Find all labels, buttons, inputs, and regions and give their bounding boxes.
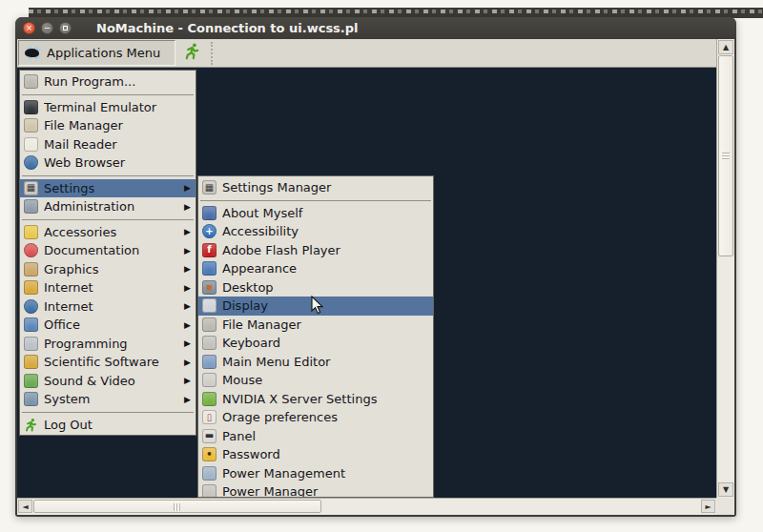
adobe-flash-icon: f (202, 243, 217, 257)
scroll-left-icon[interactable]: ◄ (18, 500, 32, 513)
menu-item-mouse[interactable]: Mouse (198, 371, 433, 390)
menu-item-programming[interactable]: Programming▶ (20, 335, 196, 354)
minimize-window-icon[interactable]: − (41, 22, 53, 34)
graphics-icon (24, 262, 38, 276)
panel-separator (211, 42, 213, 65)
scroll-down-icon[interactable]: ▼ (718, 482, 733, 497)
menu-item-system[interactable]: System▶ (20, 390, 196, 409)
menu-item-sound-video[interactable]: Sound & Video▶ (20, 372, 196, 391)
menu-item-power-manager[interactable]: Power Manager (198, 482, 433, 498)
vertical-scrollbar-thumb[interactable] (718, 55, 733, 256)
menu-item-power-management[interactable]: Power Management (198, 464, 433, 483)
close-window-icon[interactable]: × (23, 22, 35, 34)
menu-item-accessories[interactable]: Accessories▶ (20, 223, 196, 242)
terminal-icon (24, 100, 38, 114)
thumb-grip (174, 503, 181, 511)
menu-item-scientific-software[interactable]: Scientific Software▶ (20, 353, 196, 372)
file-manager-icon (24, 118, 38, 133)
menu-item-label: Internet (44, 299, 176, 314)
vertical-scrollbar[interactable]: ▲ ▼ (716, 39, 734, 498)
submenu-arrow-icon: ▶ (184, 338, 191, 348)
menu-item-main-menu-editor[interactable]: Main Menu Editor (198, 353, 433, 372)
mouse-icon (202, 373, 217, 387)
menu-separator (200, 200, 431, 201)
about-myself-icon (202, 206, 217, 220)
session-runner-button[interactable] (177, 40, 206, 66)
mouse-cursor-icon (311, 296, 325, 319)
horizontal-scrollbar-thumb[interactable] (33, 500, 321, 513)
menu-item-about-myself[interactable]: About Myself (198, 204, 433, 223)
menu-item-mail-reader[interactable]: Mail Reader (20, 135, 196, 154)
icon-glyph: • (206, 450, 212, 460)
menu-item-internet[interactable]: Internet▶ (20, 278, 196, 297)
menu-item-label: Panel (222, 429, 428, 443)
menu-item-graphics[interactable]: Graphics▶ (20, 260, 196, 279)
menu-item-label: Graphics (44, 262, 176, 276)
menu-item-label: Scientific Software (44, 355, 176, 369)
menu-item-office[interactable]: Office▶ (20, 316, 196, 335)
scroll-right-icon[interactable]: ► (701, 500, 715, 513)
main-menu-editor-icon (202, 355, 217, 369)
menu-item-desktop[interactable]: ▪Desktop (198, 278, 433, 297)
submenu-arrow-icon: ▶ (184, 301, 191, 311)
menu-item-label: Orage preferences (222, 410, 428, 424)
horizontal-scrollbar[interactable]: ◄ ► (17, 498, 716, 515)
icon-glyph: ▪ (206, 282, 213, 292)
menu-item-label: File Manager (222, 317, 428, 332)
menu-item-appearance[interactable]: Appearance (198, 259, 433, 278)
menu-item-label: Programming (44, 337, 176, 351)
menu-item-documentation[interactable]: Documentation▶ (20, 241, 196, 260)
submenu-arrow-icon: ▶ (184, 202, 191, 212)
file-manager-icon (202, 317, 217, 332)
menu-item-label: Mail Reader (44, 137, 191, 152)
window-titlebar[interactable]: × − NoMachine - Connection to ui.wcss.pl (15, 17, 736, 39)
menu-item-administration[interactable]: Administration▶ (20, 197, 196, 216)
menu-item-terminal-emulator[interactable]: Terminal Emulator (20, 98, 196, 117)
submenu-arrow-icon: ▶ (184, 320, 191, 330)
sound-video-icon (24, 374, 38, 388)
menu-item-orage-preferences[interactable]: ▯Orage preferences (198, 408, 433, 427)
scrollbar-corner (716, 498, 734, 515)
power-management-icon (202, 466, 217, 481)
window-title: NoMachine - Connection to ui.wcss.pl (96, 21, 359, 35)
menu-item-panel[interactable]: ▬Panel (198, 427, 433, 446)
menu-item-label: Administration (44, 199, 176, 214)
scroll-up-icon[interactable]: ▲ (718, 40, 733, 54)
accessibility-icon: + (202, 224, 217, 238)
menu-item-keyboard[interactable]: Keyboard (198, 334, 433, 353)
menu-item-label: Accessories (44, 225, 176, 239)
menu-item-label: Mouse (222, 373, 428, 387)
password-icon: • (202, 447, 217, 461)
menu-item-run-program[interactable]: Run Program... (20, 72, 196, 92)
maximize-window-icon[interactable] (59, 22, 72, 34)
menu-item-log-out[interactable]: Log Out (20, 416, 196, 435)
menu-item-nvidia-x-server-settings[interactable]: NVIDIA X Server Settings (198, 390, 433, 409)
menu-separator (22, 219, 194, 220)
applications-menu-label: Applications Menu (47, 46, 160, 60)
panel-icon: ▬ (202, 429, 217, 443)
icon-glyph: ▦ (27, 183, 35, 193)
icon-glyph: ▯ (207, 413, 213, 422)
settings-manager-icon: ▦ (202, 180, 217, 194)
menu-item-label: System (44, 392, 176, 406)
log-out-icon (24, 418, 38, 432)
menu-item-internet[interactable]: Internet▶ (20, 297, 196, 317)
system-icon (24, 392, 38, 406)
menu-item-adobe-flash-player[interactable]: fAdobe Flash Player (198, 241, 433, 260)
menu-item-settings-manager[interactable]: ▦Settings Manager (198, 178, 433, 197)
menu-item-file-manager[interactable]: File Manager (20, 116, 196, 135)
menu-item-password[interactable]: •Password (198, 445, 433, 464)
menu-item-label: About Myself (222, 206, 428, 220)
menu-item-label: NVIDIA X Server Settings (222, 392, 428, 406)
menu-item-label: Terminal Emulator (44, 100, 191, 114)
submenu-arrow-icon: ▶ (184, 183, 191, 193)
menu-item-label: Documentation (44, 243, 176, 257)
appearance-icon (202, 261, 217, 276)
applications-menu-button[interactable]: Applications Menu (18, 40, 175, 66)
menu-separator (22, 412, 194, 413)
menu-item-web-browser[interactable]: Web Browser (20, 153, 196, 173)
menu-item-accessibility[interactable]: +Accessibility (198, 222, 433, 241)
scientific-software-icon (24, 355, 38, 369)
submenu-arrow-icon: ▶ (184, 376, 191, 385)
menu-item-settings[interactable]: ▦Settings▶ (20, 179, 196, 198)
